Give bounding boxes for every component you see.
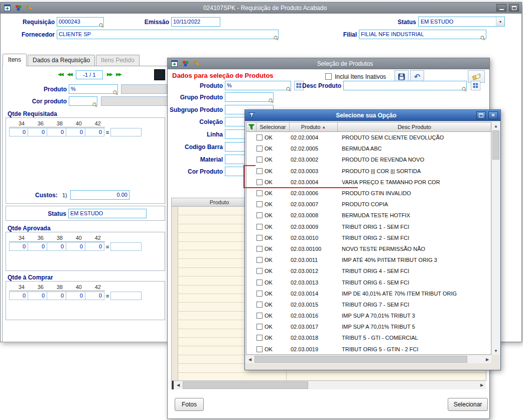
table-row[interactable]: OK02.03.0019TRIBUT ORIG 5 - GTIN - 2 FCI: [246, 344, 491, 355]
scroll-left-icon[interactable]: ◀: [246, 355, 254, 363]
table-row[interactable]: OK02.03.0013TRIBUT ORIG 6 - SEM FCI: [246, 276, 491, 288]
row-checkbox-icon[interactable]: [256, 157, 263, 163]
maximize-button[interactable]: [476, 111, 486, 119]
nav-next-icon[interactable]: ▶▶: [105, 71, 114, 79]
table-row[interactable]: OK02.03.0018TRIBUT 5 - GTI - COMERCIAL: [246, 332, 491, 343]
status-combobox[interactable]: EM ESTUDO ▼: [418, 17, 505, 27]
row-checkbox-icon[interactable]: [256, 268, 263, 274]
size-qty-cell[interactable]: 0: [66, 292, 85, 300]
row-checkbox-icon[interactable]: [256, 335, 263, 341]
lookup-icon[interactable]: [480, 36, 485, 41]
table-row[interactable]: OK02.03.0003PRODUTO ||| COR ||| SORTIDA: [246, 166, 491, 177]
size-qty-cell[interactable]: 0: [9, 128, 28, 136]
scroll-down-icon[interactable]: ▼: [492, 347, 500, 355]
row-checkbox-icon[interactable]: [256, 257, 263, 263]
filial-input[interactable]: FILIAL NFE INDUSTRIAL: [359, 30, 486, 39]
minimize-button[interactable]: [496, 4, 506, 12]
row-checkbox-icon[interactable]: [256, 190, 263, 196]
row-checkbox-icon[interactable]: [256, 168, 263, 174]
scroll-right-icon[interactable]: ▶: [478, 381, 486, 389]
row-checkbox-icon[interactable]: [256, 201, 263, 207]
row-checkbox-icon[interactable]: [256, 346, 263, 352]
row-checkbox-icon[interactable]: [256, 212, 263, 218]
row-checkbox-icon[interactable]: [256, 179, 263, 185]
lookup-icon[interactable]: [269, 98, 274, 103]
table-row[interactable]: OK02.03.0015TRIBUT ORIG 7 - SEM FCI: [246, 299, 491, 310]
filter-input[interactable]: [225, 92, 274, 102]
fornecedor-input[interactable]: CLIENTE SP: [57, 30, 279, 39]
size-qty-cell[interactable]: 0: [9, 292, 28, 300]
produto-column-header[interactable]: Produto▲: [290, 122, 338, 131]
lookup-icon[interactable]: [99, 23, 104, 28]
scroll-right-icon[interactable]: ▶: [483, 355, 491, 363]
table-row[interactable]: OK02.02.0005BERMUDA ABC: [246, 143, 491, 154]
row-checkbox-icon[interactable]: [256, 246, 263, 252]
size-qty-cell[interactable]: 0: [28, 292, 47, 300]
selecionar-button[interactable]: Selecionar: [448, 398, 488, 411]
table-row[interactable]: OK02.02.0004PRODUTO SEM CLIENTE DEVOLUÇÃ…: [246, 132, 491, 143]
row-checkbox-icon[interactable]: [256, 302, 263, 308]
size-qty-cell[interactable]: 0: [47, 242, 66, 251]
row-checkbox-icon[interactable]: [256, 224, 263, 230]
fotos-button[interactable]: Fotos: [175, 398, 204, 411]
selecionar-column-header[interactable]: Selecionar: [256, 122, 290, 131]
nav-last-icon[interactable]: ▶▶: [114, 71, 123, 79]
row-checkbox-icon[interactable]: [256, 324, 263, 330]
produto-input[interactable]: %: [69, 84, 118, 94]
size-qty-cell[interactable]: 0: [66, 242, 85, 251]
splitter-handle[interactable]: [172, 381, 174, 389]
hscroll-thumb[interactable]: [183, 381, 308, 389]
table-row[interactable]: OK02.03.0004VARIA PREÇO E TAMANHO POR CO…: [246, 177, 491, 188]
tab-itens[interactable]: Itens: [3, 54, 27, 66]
size-qty-cell[interactable]: 0: [28, 128, 47, 136]
table-row[interactable]: OK02.03.0002PRODUTO DE REVENDA NOVO: [246, 154, 491, 165]
lookup-icon[interactable]: [274, 36, 279, 41]
table-row[interactable]: OK02.03.0007PRODUTO COPIA: [246, 199, 491, 210]
table-row[interactable]: OK02.03.0014IMP DE 40,01% ATÉ 70% ITEM T…: [246, 288, 491, 299]
grid-vscrollbar[interactable]: ▲ ▼: [492, 122, 500, 355]
table-row[interactable]: OK02.03.0012TRIBUT ORIG 4 - SEM FCI: [246, 265, 491, 276]
size-total-cell[interactable]: [110, 292, 142, 300]
table-row[interactable]: OK02.03.0008BERMUDA TESTE HOTFIX: [246, 210, 491, 221]
size-qty-cell[interactable]: 0: [85, 242, 104, 251]
size-qty-cell[interactable]: 0: [28, 242, 47, 251]
row-checkbox-icon[interactable]: [256, 235, 263, 241]
size-qty-cell[interactable]: 0: [47, 292, 66, 300]
vscroll-thumb[interactable]: [492, 130, 499, 160]
table-row[interactable]: OK02.03.00100NOVO TESTE PERMISSÃO NÃO: [246, 243, 491, 254]
size-total-cell[interactable]: [110, 128, 142, 136]
tools-wrench-icon[interactable]: [25, 4, 34, 12]
row-checkbox-icon[interactable]: [256, 313, 263, 319]
opcao-titlebar[interactable]: Selecione sua Opção ×: [245, 110, 500, 121]
nav-prev-icon[interactable]: ◀◀: [65, 71, 74, 79]
requisicao-input[interactable]: 0000243: [57, 17, 104, 27]
table-row[interactable]: OK02.03.0009TRIBUT ORIG 1 - SEM FCI: [246, 221, 491, 232]
row-checkbox-icon[interactable]: [256, 134, 263, 141]
table-row[interactable]: OK02.03.0011IMP ATÉ 40% P/ITEM TRIBUT OR…: [246, 254, 491, 265]
close-button[interactable]: ×: [488, 111, 498, 119]
hscroll-thumb[interactable]: [254, 356, 467, 363]
desc-column-header[interactable]: Desc Produto: [338, 122, 491, 131]
size-qty-cell[interactable]: 0: [9, 242, 28, 251]
tab-dados-da-requisicao[interactable]: Dados da Requisição: [28, 55, 95, 66]
nav-extra-button[interactable]: [154, 69, 165, 80]
row-checkbox-icon[interactable]: [256, 279, 263, 286]
item-status-input[interactable]: EM ESTUDO: [68, 209, 147, 218]
size-qty-cell[interactable]: 0: [85, 292, 104, 300]
size-qty-cell[interactable]: 0: [47, 128, 66, 136]
options-icon[interactable]: [14, 4, 23, 12]
lookup-icon[interactable]: [92, 102, 97, 107]
scroll-up-icon[interactable]: ▲: [492, 122, 500, 130]
nav-first-icon[interactable]: ◀◀: [56, 71, 65, 79]
table-row[interactable]: OK02.03.0017IMP SUP A 70,01% TRIBUT 5: [246, 321, 491, 332]
custos-input[interactable]: 0.00: [70, 190, 129, 200]
filter-corner-cell[interactable]: [246, 122, 256, 131]
table-row[interactable]: OK02.03.0016IMP SUP A 70,01% TRIBUT 3: [246, 310, 491, 321]
size-total-cell[interactable]: [110, 242, 142, 251]
grid-hscrollbar[interactable]: ◀ ▶: [246, 355, 491, 363]
scroll-left-icon[interactable]: ◀: [174, 381, 182, 389]
size-qty-cell[interactable]: 0: [66, 128, 85, 136]
table-hscrollbar[interactable]: ◀ ▶: [172, 381, 486, 389]
size-qty-cell[interactable]: 0: [85, 128, 104, 136]
main-window-titlebar[interactable]: 024107SPK - Requisição de Produto Acabad…: [1, 3, 521, 14]
